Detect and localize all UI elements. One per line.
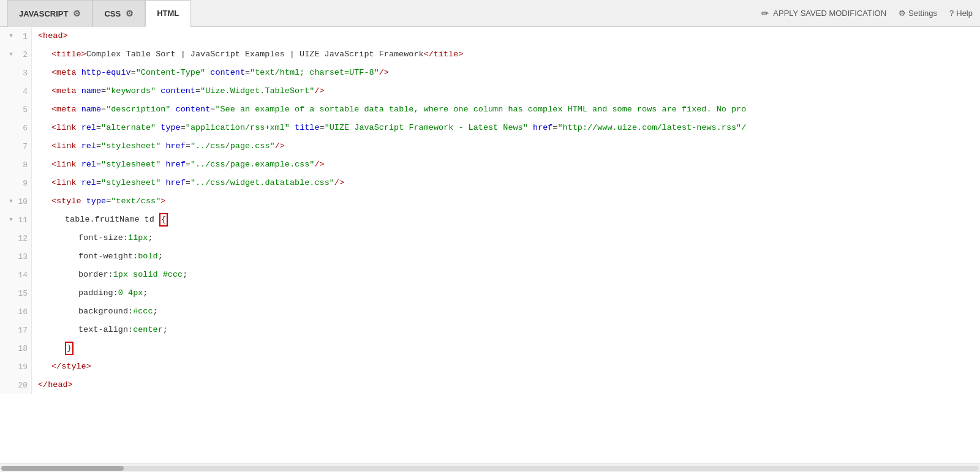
tab-html[interactable]: HTML — [145, 0, 190, 27]
line-number-18: 18 — [17, 344, 28, 353]
code-line-4: 4<meta name="keywords" content="Uize.Wid… — [0, 82, 980, 100]
line-number-8: 8 — [17, 160, 28, 170]
line-num-col-9: 9 — [0, 174, 32, 192]
line-number-14: 14 — [17, 271, 28, 280]
tab-css-label: CSS — [104, 9, 121, 18]
gear-icon-javascript: ⚙ — [73, 9, 81, 18]
code-content-20[interactable]: </head> — [32, 376, 980, 394]
line-num-col-6: 6 — [0, 119, 32, 137]
help-button[interactable]: ? Help — [949, 9, 973, 18]
line-number-10: 10 — [17, 197, 28, 206]
code-editor[interactable]: ▼1<head>▼2<title>Complex Table Sort | Ja… — [0, 27, 980, 463]
apply-saved-modification-button[interactable]: ✏ APPLY SAVED MODIFICATION — [761, 8, 886, 19]
code-content-16[interactable]: background:#ccc; — [32, 302, 980, 321]
line-number-20: 20 — [17, 381, 28, 390]
code-content-10[interactable]: <style type="text/css"> — [32, 192, 980, 211]
code-content-9[interactable]: <link rel="stylesheet" href="../css/widg… — [32, 174, 980, 192]
line-num-col-15: 15 — [0, 284, 32, 302]
apply-label: APPLY SAVED MODIFICATION — [773, 9, 886, 18]
code-content-1[interactable]: <head> — [32, 27, 980, 45]
code-content-2[interactable]: <title>Complex Table Sort | JavaScript E… — [32, 45, 980, 64]
toolbar-right: ✏ APPLY SAVED MODIFICATION ⚙ Settings ? … — [761, 8, 973, 19]
code-line-17: 17text-align:center; — [0, 321, 980, 339]
line-number-3: 3 — [17, 69, 28, 78]
code-line-19: 19</style> — [0, 358, 980, 376]
line-number-16: 16 — [17, 307, 28, 317]
fold-arrow-10[interactable]: ▼ — [8, 198, 14, 204]
code-line-14: 14border:1px solid #ccc; — [0, 266, 980, 284]
tab-javascript-label: JAVASCRIPT — [19, 9, 68, 18]
fold-arrow-2[interactable]: ▼ — [8, 51, 14, 58]
horizontal-scrollbar[interactable] — [0, 463, 980, 472]
line-num-col-11: ▼11 — [0, 211, 32, 229]
code-line-20: 20</head> — [0, 376, 980, 394]
line-num-col-14: 14 — [0, 266, 32, 284]
settings-gear-icon: ⚙ — [899, 9, 906, 18]
code-line-12: 12font-size:11px; — [0, 229, 980, 247]
code-content-4[interactable]: <meta name="keywords" content="Uize.Widg… — [32, 82, 980, 100]
line-number-12: 12 — [17, 234, 28, 243]
line-num-col-16: 16 — [0, 302, 32, 321]
line-num-col-17: 17 — [0, 321, 32, 339]
line-num-col-13: 13 — [0, 247, 32, 266]
line-num-col-1: ▼1 — [0, 27, 32, 45]
code-line-11: ▼11table.fruitName td { — [0, 211, 980, 229]
line-num-col-20: 20 — [0, 376, 32, 394]
line-num-col-4: 4 — [0, 82, 32, 100]
line-number-6: 6 — [17, 124, 28, 133]
tab-html-label: HTML — [157, 9, 179, 18]
scrollbar-track[interactable] — [1, 466, 979, 471]
code-content-13[interactable]: font-weight:bold; — [32, 247, 980, 266]
code-content-14[interactable]: border:1px solid #ccc; — [32, 266, 980, 284]
code-content-6[interactable]: <link rel="alternate" type="application/… — [32, 119, 980, 137]
line-number-17: 17 — [17, 326, 28, 335]
code-content-17[interactable]: text-align:center; — [32, 321, 980, 339]
line-num-col-12: 12 — [0, 229, 32, 247]
line-number-2: 2 — [17, 50, 28, 59]
apply-icon: ✏ — [761, 8, 769, 19]
code-line-9: 9<link rel="stylesheet" href="../css/wid… — [0, 174, 980, 192]
line-num-col-18: 18 — [0, 339, 32, 358]
line-number-1: 1 — [17, 32, 28, 41]
line-number-13: 13 — [17, 252, 28, 261]
line-num-col-2: ▼2 — [0, 45, 32, 64]
code-line-5: 5<meta name="description" content="See a… — [0, 100, 980, 119]
line-number-9: 9 — [17, 179, 28, 188]
line-num-col-10: ▼10 — [0, 192, 32, 211]
code-line-15: 15padding:0 4px; — [0, 284, 980, 302]
line-number-5: 5 — [17, 105, 28, 114]
help-icon: ? — [949, 9, 954, 18]
scrollbar-thumb[interactable] — [1, 466, 124, 471]
code-content-18[interactable]: } — [32, 339, 980, 358]
code-content-11[interactable]: table.fruitName td { — [32, 211, 980, 229]
gear-icon-css: ⚙ — [126, 9, 134, 18]
help-label: Help — [956, 9, 973, 18]
line-number-19: 19 — [17, 362, 28, 372]
line-num-col-3: 3 — [0, 64, 32, 82]
settings-button[interactable]: ⚙ Settings — [899, 9, 937, 18]
line-number-7: 7 — [17, 142, 28, 151]
code-line-8: 8<link rel="stylesheet" href="../css/pag… — [0, 155, 980, 174]
line-number-11: 11 — [17, 215, 28, 225]
line-num-col-7: 7 — [0, 137, 32, 155]
code-content-8[interactable]: <link rel="stylesheet" href="../css/page… — [32, 155, 980, 174]
code-line-1: ▼1<head> — [0, 27, 980, 45]
settings-label: Settings — [908, 9, 937, 18]
code-content-7[interactable]: <link rel="stylesheet" href="../css/page… — [32, 137, 980, 155]
line-number-4: 4 — [17, 87, 28, 96]
code-line-3: 3<meta http-equiv="Content-Type" content… — [0, 64, 980, 82]
code-content-5[interactable]: <meta name="description" content="See an… — [32, 100, 980, 119]
line-num-col-5: 5 — [0, 100, 32, 119]
toolbar: JAVASCRIPT ⚙ CSS ⚙ HTML ✏ APPLY SAVED MO… — [0, 0, 980, 27]
tab-javascript[interactable]: JAVASCRIPT ⚙ — [7, 0, 92, 27]
code-line-10: ▼10<style type="text/css"> — [0, 192, 980, 211]
fold-arrow-1[interactable]: ▼ — [8, 33, 14, 39]
line-num-col-8: 8 — [0, 155, 32, 174]
fold-arrow-11[interactable]: ▼ — [8, 217, 14, 223]
tab-css[interactable]: CSS ⚙ — [92, 0, 145, 27]
code-content-15[interactable]: padding:0 4px; — [32, 284, 980, 302]
code-content-12[interactable]: font-size:11px; — [32, 229, 980, 247]
code-content-19[interactable]: </style> — [32, 358, 980, 376]
code-line-18: 18} — [0, 339, 980, 358]
code-content-3[interactable]: <meta http-equiv="Content-Type" content=… — [32, 64, 980, 82]
